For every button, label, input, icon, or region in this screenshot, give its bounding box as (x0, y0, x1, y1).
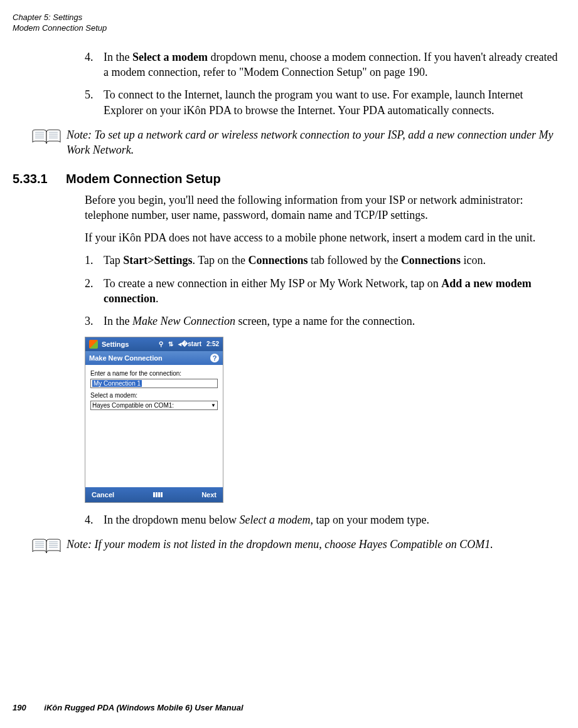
step-text: In the dropdown menu below Select a mode… (104, 512, 559, 527)
ss-subtitle-bar: Make New Connection ? (85, 351, 223, 365)
step-number: 1. (85, 253, 104, 268)
ss-modem-dropdown: Hayes Compatible on COM1: ▼ (90, 401, 218, 410)
ss-label-modem: Select a modem: (90, 392, 218, 399)
section-title: Modem Connection Setup (66, 172, 221, 186)
step-5: 5. To connect to the Internet, launch th… (85, 87, 559, 118)
chapter-label: Chapter 5: Settings (13, 13, 559, 23)
step-number: 4. (85, 50, 104, 80)
ss-connection-name-input: My Connection 1 (90, 379, 218, 388)
note-block-1: Note: To set up a network card or wirele… (31, 127, 559, 158)
substep-4: 4. In the dropdown menu below Select a m… (85, 512, 559, 527)
chevron-down-icon: ▼ (211, 403, 216, 408)
note-text: Note: To set up a network card or wirele… (67, 127, 559, 158)
help-icon: ? (210, 354, 219, 362)
ss-status-icons: ⚲ ⇅ ◂�start 2:52 (159, 340, 219, 347)
step-text: In the Make New Connection screen, type … (104, 314, 559, 329)
page-footer: 190 iKôn Rugged PDA (Windows Mobile 6) U… (13, 703, 244, 712)
page-header: Chapter 5: Settings Modem Connection Set… (13, 13, 559, 34)
speaker-icon: ◂�start (178, 340, 201, 347)
step-number: 2. (85, 276, 104, 307)
ss-dropdown-value: Hayes Compatible on COM1: (92, 402, 174, 409)
connection-icon: ⇅ (168, 340, 173, 347)
section-heading: 5.33.1 Modem Connection Setup (13, 172, 559, 186)
book-icon (31, 129, 62, 149)
ss-subtitle-text: Make New Connection (89, 354, 163, 362)
step-text: Tap Start>Settings. Tap on the Connectio… (104, 253, 559, 268)
ss-body: Enter a name for the connection: My Conn… (85, 365, 223, 487)
substep-3: 3. In the Make New Connection screen, ty… (85, 314, 559, 329)
section-label: Modem Connection Setup (13, 23, 559, 34)
ss-input-value: My Connection 1 (92, 380, 142, 387)
note-block-2: Note: If your modem is not listed in the… (31, 537, 559, 559)
start-flag-icon (89, 340, 98, 349)
substep-1: 1. Tap Start>Settings. Tap on the Connec… (85, 253, 559, 268)
ss-label-name: Enter a name for the connection: (90, 370, 218, 377)
ss-titlebar: Settings ⚲ ⇅ ◂�start 2:52 (85, 337, 223, 351)
paragraph-2: If your iKôn PDA does not have access to… (85, 230, 559, 245)
ss-next-button: Next (201, 491, 217, 499)
content-section: Before you begin, you'll need the follow… (85, 193, 559, 527)
substep-2: 2. To create a new connection in either … (85, 276, 559, 307)
page-number: 190 (13, 703, 26, 712)
document-title: iKôn Rugged PDA (Windows Mobile 6) User … (44, 703, 243, 712)
step-text: In the Select a modem dropdown menu, cho… (104, 50, 559, 80)
step-text: To create a new connection in either My … (104, 276, 559, 307)
step-number: 4. (85, 512, 104, 527)
ss-cancel-button: Cancel (92, 491, 114, 499)
note-text: Note: If your modem is not listed in the… (67, 537, 559, 552)
section-number: 5.33.1 (13, 172, 66, 186)
step-number: 3. (85, 314, 104, 329)
content-top: 4. In the Select a modem dropdown menu, … (85, 50, 559, 118)
step-number: 5. (85, 87, 104, 118)
paragraph-1: Before you begin, you'll need the follow… (85, 193, 559, 223)
step-text: To connect to the Internet, launch the p… (104, 87, 559, 118)
keyboard-icon (153, 492, 163, 497)
embedded-screenshot: Settings ⚲ ⇅ ◂�start 2:52 Make New Conne… (85, 337, 223, 503)
book-icon (31, 538, 62, 559)
clock-time: 2:52 (206, 340, 219, 347)
ss-title: Settings (102, 340, 159, 348)
step-4: 4. In the Select a modem dropdown menu, … (85, 50, 559, 80)
ss-footer-bar: Cancel Next (85, 487, 223, 502)
signal-icon: ⚲ (159, 340, 163, 347)
